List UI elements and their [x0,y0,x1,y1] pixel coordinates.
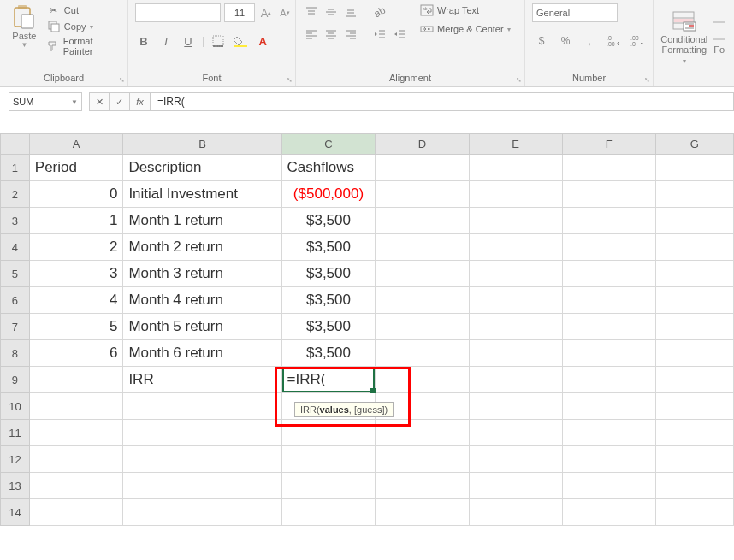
cell-G5[interactable] [655,261,733,287]
row-header-14[interactable]: 14 [1,499,30,526]
number-format-combo[interactable] [532,3,618,22]
font-name-combo[interactable] [135,3,221,22]
cell-F11[interactable] [562,420,655,446]
cell-F6[interactable] [562,287,655,314]
cell-E11[interactable] [469,420,562,446]
cell-C12[interactable] [281,446,376,473]
cell-A4[interactable]: 2 [29,234,123,261]
font-color-button[interactable]: A [254,32,271,50]
cell-G6[interactable] [655,287,733,314]
cell-D2[interactable] [376,181,469,208]
cell-C6[interactable]: $3,500 [281,287,376,314]
cell-B3[interactable]: Month 1 return [123,208,281,234]
cell-B2[interactable]: Initial Investment [123,181,281,208]
cell-G14[interactable] [655,499,733,526]
borders-button[interactable] [210,32,227,50]
cell-E14[interactable] [469,499,562,526]
cell-C9-editing[interactable]: =IRR( [281,367,376,393]
cell-G10[interactable] [655,393,733,420]
col-header-G[interactable]: G [655,134,733,155]
cell-C1[interactable]: Cashflows [281,155,376,181]
conditional-formatting-button[interactable]: ConditionalFormatting ▾ [660,9,707,66]
cell-B7[interactable]: Month 5 return [123,314,281,340]
cell-E4[interactable] [469,234,562,261]
cell-F2[interactable] [562,181,655,208]
cell-G7[interactable] [655,314,733,340]
underline-button[interactable]: U [180,32,197,50]
col-header-B[interactable]: B [123,134,281,155]
cell-D4[interactable] [376,234,469,261]
row-header-8[interactable]: 8 [1,340,30,367]
row-header-3[interactable]: 3 [1,208,30,234]
cell-E6[interactable] [469,287,562,314]
cell-D5[interactable] [376,261,469,287]
cell-B13[interactable] [123,473,281,499]
cell-A12[interactable] [29,446,123,473]
cell-E2[interactable] [469,181,562,208]
align-center-button[interactable] [323,26,340,43]
cell-E10[interactable] [469,393,562,420]
cell-B12[interactable] [123,446,281,473]
cell-B11[interactable] [123,420,281,446]
cell-D9[interactable] [376,367,469,393]
name-box[interactable]: SUM ▼ [9,92,82,111]
row-header-9[interactable]: 9 [1,367,30,393]
cell-C2[interactable]: ($500,000) [281,181,376,208]
cell-E12[interactable] [469,446,562,473]
bold-button[interactable]: B [135,32,152,50]
col-header-E[interactable]: E [469,134,562,155]
cell-G4[interactable] [655,234,733,261]
cell-D11[interactable] [376,420,469,446]
cell-G2[interactable] [655,181,733,208]
cell-D13[interactable] [376,473,469,499]
cell-E8[interactable] [469,340,562,367]
cell-A13[interactable] [29,473,123,499]
align-top-button[interactable] [303,3,320,21]
cell-C8[interactable]: $3,500 [281,340,376,367]
cell-D7[interactable] [376,314,469,340]
cell-A9[interactable] [29,367,123,393]
cell-A1[interactable]: Period [29,155,123,181]
cell-G9[interactable] [655,367,733,393]
cell-F10[interactable] [562,393,655,420]
cell-B9[interactable]: IRR [123,367,281,393]
cell-C14[interactable] [281,499,376,526]
font-size-combo[interactable] [224,3,255,22]
cell-A8[interactable]: 6 [29,340,123,367]
cell-G12[interactable] [655,446,733,473]
cell-C3[interactable]: $3,500 [281,208,376,234]
paste-button[interactable]: Paste ▼ [7,3,42,49]
cell-C7[interactable]: $3,500 [281,314,376,340]
cell-D1[interactable] [376,155,469,181]
cell-F9[interactable] [562,367,655,393]
cell-F3[interactable] [562,208,655,234]
cell-B8[interactable]: Month 6 return [123,340,281,367]
cell-F1[interactable] [562,155,655,181]
wrap-text-button[interactable]: ab Wrap Text [420,3,511,17]
cell-B5[interactable]: Month 3 return [123,261,281,287]
shrink-font-button[interactable]: A▾ [277,5,293,21]
row-header-13[interactable]: 13 [1,473,30,499]
cell-A14[interactable] [29,499,123,526]
cell-G8[interactable] [655,340,733,367]
row-header-4[interactable]: 4 [1,234,30,261]
decrease-decimal-button[interactable]: .00.0 [628,32,647,50]
format-painter-button[interactable]: Format Painter [47,36,121,56]
grow-font-button[interactable]: A▴ [258,5,274,21]
function-tooltip[interactable]: IRR(values, [guess]) [294,402,394,417]
formula-input[interactable]: =IRR( [151,92,734,111]
cell-D12[interactable] [376,446,469,473]
cell-E3[interactable] [469,208,562,234]
alignment-expand-icon[interactable]: ⤡ [516,76,522,84]
row-header-7[interactable]: 7 [1,314,30,340]
accounting-format-button[interactable]: $ [532,32,551,50]
cell-F7[interactable] [562,314,655,340]
cell-B14[interactable] [123,499,281,526]
select-all-corner[interactable] [1,134,30,155]
cell-A10[interactable] [29,393,123,420]
merge-center-button[interactable]: Merge & Center ▾ [420,22,511,36]
cell-C13[interactable] [281,473,376,499]
cut-button[interactable]: ✂ Cut [47,3,121,17]
decrease-indent-button[interactable] [371,26,388,43]
font-expand-icon[interactable]: ⤡ [287,76,293,84]
